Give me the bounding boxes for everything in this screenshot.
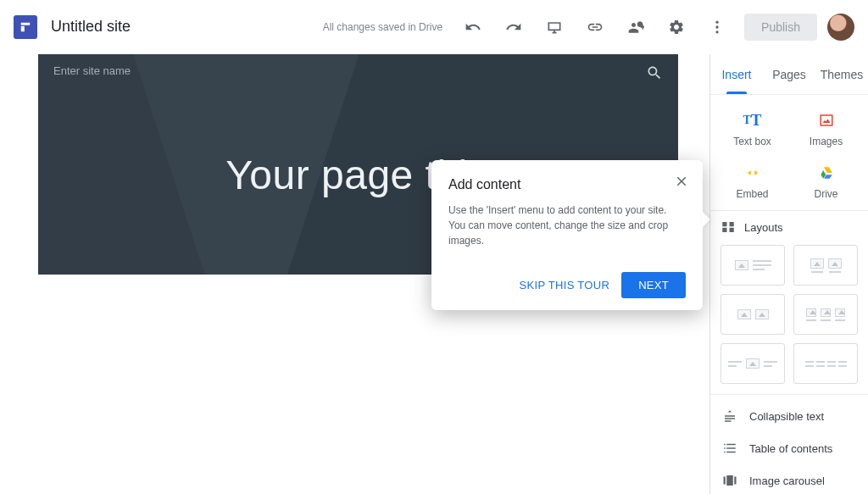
insert-grid: TT Text box Images Embed Drive [710, 95, 868, 210]
insert-embed[interactable]: Embed [717, 158, 787, 207]
svg-point-3 [715, 20, 718, 23]
layouts-grid [710, 240, 868, 394]
save-status: All changes saved in Drive [323, 21, 442, 33]
layout-option-4[interactable] [793, 294, 858, 335]
next-button[interactable]: NEXT [621, 272, 686, 298]
tab-themes[interactable]: Themes [815, 54, 868, 94]
skip-tour-button[interactable]: SKIP THIS TOUR [520, 279, 610, 291]
toc-icon [722, 441, 737, 456]
popover-arrow [702, 211, 710, 228]
embed-icon [743, 163, 762, 183]
svg-rect-6 [821, 115, 832, 125]
images-icon [818, 110, 835, 130]
component-toc[interactable]: Table of contents [710, 432, 868, 464]
publish-button[interactable]: Publish [744, 14, 817, 41]
user-avatar[interactable] [827, 14, 854, 41]
tab-pages[interactable]: Pages [763, 54, 815, 94]
svg-rect-1 [21, 22, 31, 25]
redo-icon[interactable] [497, 10, 531, 44]
more-icon[interactable] [700, 10, 734, 44]
tab-insert[interactable]: Insert [710, 54, 763, 94]
undo-icon[interactable] [456, 10, 490, 44]
search-icon[interactable] [646, 64, 663, 85]
layout-option-5[interactable] [721, 343, 785, 384]
site-name-placeholder[interactable]: Enter site name [53, 64, 131, 77]
share-icon[interactable] [619, 10, 653, 44]
component-collapsible-text[interactable]: Collapsible text [710, 400, 868, 432]
link-icon[interactable] [578, 10, 612, 44]
layout-option-6[interactable] [793, 343, 858, 384]
settings-icon[interactable] [659, 10, 693, 44]
insert-images[interactable]: Images [791, 105, 861, 154]
sidebar: Insert Pages Themes TT Text box Images E… [709, 54, 868, 494]
popover-body: Use the 'Insert' menu to add content to … [448, 203, 686, 248]
layout-option-1[interactable] [721, 245, 785, 286]
popover-title: Add content [448, 177, 686, 192]
component-carousel[interactable]: Image carousel [710, 464, 868, 494]
layout-option-2[interactable] [793, 245, 858, 286]
svg-point-5 [715, 31, 718, 33]
toolbar [456, 10, 734, 44]
popover-actions: SKIP THIS TOUR NEXT [448, 272, 686, 298]
document-title[interactable]: Untitled site [51, 18, 131, 36]
layout-option-3[interactable] [721, 294, 785, 335]
svg-point-4 [715, 25, 718, 28]
textbox-icon: TT [743, 110, 761, 130]
close-icon[interactable] [674, 174, 689, 192]
drive-icon [818, 163, 835, 183]
insert-drive[interactable]: Drive [791, 158, 861, 207]
app-header: Untitled site All changes saved in Drive… [0, 0, 868, 54]
svg-rect-2 [21, 25, 25, 31]
tour-popover: Add content Use the 'Insert' menu to add… [431, 160, 703, 310]
components-list: Collapsible text Table of contents Image… [710, 394, 868, 494]
layouts-header: Layouts [710, 210, 868, 240]
sidebar-tabs: Insert Pages Themes [710, 54, 868, 95]
collapsible-icon [722, 408, 737, 424]
insert-textbox[interactable]: TT Text box [717, 105, 787, 154]
layouts-icon [721, 219, 736, 235]
preview-icon[interactable] [537, 10, 571, 44]
carousel-icon [722, 473, 737, 488]
sites-logo-icon[interactable] [14, 15, 37, 39]
